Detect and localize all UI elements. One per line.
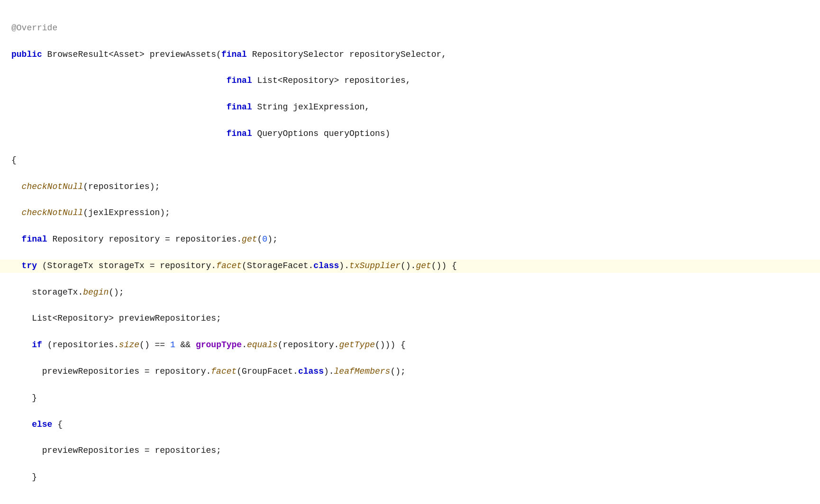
close-if-brace: } [11,392,809,405]
preview-repos-assign-2: previewRepositories = repositories; [11,444,809,458]
close-else-brace: } [11,471,809,484]
annotation-line: @Override [11,22,809,35]
check-notnull-2: checkNotNull(jexlExpression); [11,207,809,220]
if-line: if (repositories.size() == 1 && groupTyp… [11,339,809,352]
method-signature-line1: public BrowseResult<Asset> previewAssets… [11,48,809,62]
storagetx-begin: storageTx.begin(); [11,286,809,299]
open-brace-line: { [11,154,809,167]
else-line: else { [11,418,809,432]
final-repo-line: final Repository repository = repositori… [11,233,809,246]
method-signature-line3: final String jexlExpression, [11,101,809,114]
list-preview-repos: List<Repository> previewRepositories; [11,312,809,325]
preview-repos-assign-1: previewRepositories = repository.facet(G… [11,365,809,378]
method-signature-line2: final List<Repository> repositories, [11,74,809,88]
check-notnull-1: checkNotNull(repositories); [11,180,809,194]
method-signature-line4: final QueryOptions queryOptions) [11,127,809,141]
try-line: try (StorageTx storageTx = repository.fa… [0,260,820,273]
code-editor: @Override public BrowseResult<Asset> pre… [11,9,809,504]
blank-line-1 [11,497,809,504]
